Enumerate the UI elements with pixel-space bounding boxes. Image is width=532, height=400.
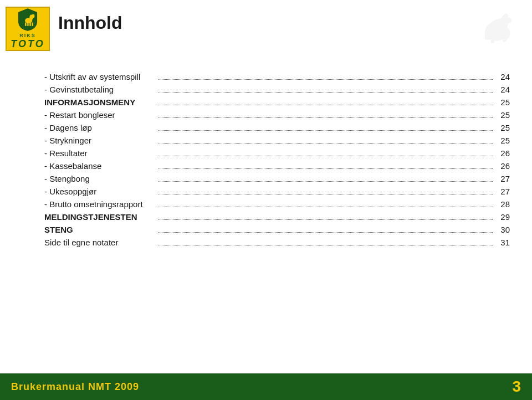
toc-page: 31 (496, 238, 510, 247)
toc-dots (158, 181, 493, 182)
toc-dots (158, 79, 493, 80)
svg-point-6 (32, 14, 34, 18)
toc-label: - Restart bongleser (44, 110, 155, 120)
toc-page: 25 (496, 123, 510, 132)
toc-label: - Brutto omsetningsrapport (44, 199, 155, 209)
toc-label: INFORMASJONSMENY (44, 98, 155, 107)
toc-page: 26 (496, 161, 510, 171)
toc-label: - Utskrift av av systemspill (44, 72, 155, 81)
toc-dots (158, 232, 493, 233)
toc-dots (158, 245, 493, 245)
svg-rect-2 (25, 22, 26, 26)
toc-item: MELDINGSTJENESTEN29 (44, 212, 510, 222)
toc-page: 25 (496, 110, 510, 120)
toc-label: - Kassebalanse (44, 161, 155, 171)
toc-label: - Gevinstutbetaling (44, 85, 155, 94)
toc-page: 26 (496, 148, 510, 158)
toc-item: - Restart bongleser25 (44, 110, 510, 120)
table-of-contents: - Utskrift av av systemspill24- Gevinstu… (44, 72, 510, 247)
toc-dots (158, 117, 493, 118)
toc-label: - Dagens løp (44, 123, 155, 132)
logo: RIKS TOTO (6, 7, 50, 51)
logo-shield-icon (16, 8, 40, 32)
toc-item: - Ukesoppgjør27 (44, 187, 510, 196)
toc-dots (158, 130, 493, 131)
logo-toto-text: TOTO (11, 38, 44, 50)
toc-item: - Utskrift av av systemspill24 (44, 72, 510, 81)
page-header: RIKS TOTO Innhold (0, 0, 532, 55)
toc-item: STENG30 (44, 225, 510, 234)
toc-item: Side til egne notater31 (44, 238, 510, 247)
toc-label: - Stengbong (44, 174, 155, 183)
toc-page: 27 (496, 187, 510, 196)
toc-label: MELDINGSTJENESTEN (44, 212, 155, 222)
toc-item: INFORMASJONSMENY25 (44, 98, 510, 107)
toc-item: - Resultater26 (44, 148, 510, 158)
toc-label: - Strykninger (44, 136, 155, 145)
toc-page: 24 (496, 72, 510, 81)
toc-item: - Gevinstutbetaling24 (44, 85, 510, 94)
toc-item: - Brutto omsetningsrapport28 (44, 199, 510, 209)
toc-dots (158, 219, 493, 220)
toc-page: 29 (496, 212, 510, 222)
main-content: - Utskrift av av systemspill24- Gevinstu… (0, 55, 532, 373)
svg-rect-3 (27, 22, 28, 26)
toc-dots (158, 92, 493, 93)
header-title-area: Innhold (50, 10, 521, 48)
toc-page: 25 (496, 136, 510, 145)
toc-dots (158, 168, 493, 169)
toc-page: 28 (496, 199, 510, 209)
toc-dots (158, 156, 493, 156)
toc-item: - Kassebalanse26 (44, 161, 510, 171)
toc-item: - Dagens løp25 (44, 123, 510, 132)
toc-page: 24 (496, 85, 510, 94)
toc-label: Side til egne notater (44, 238, 155, 247)
footer-title: Brukermanual NMT 2009 (11, 381, 139, 393)
toc-item: - Strykninger25 (44, 136, 510, 145)
svg-rect-5 (32, 22, 33, 26)
footer-page-number: 3 (512, 378, 521, 396)
toc-page: 25 (496, 98, 510, 107)
horse-decorative-icon (477, 13, 521, 48)
toc-dots (158, 207, 493, 207)
logo-riks-text: RIKS (19, 33, 36, 38)
toc-label: STENG (44, 225, 155, 234)
footer: Brukermanual NMT 2009 3 (0, 373, 532, 400)
toc-item: - Stengbong27 (44, 174, 510, 183)
toc-dots (158, 105, 493, 105)
toc-label: - Resultater (44, 148, 155, 158)
toc-dots (158, 143, 493, 143)
page-title: Innhold (58, 13, 122, 33)
toc-page: 27 (496, 174, 510, 183)
toc-label: - Ukesoppgjør (44, 187, 155, 196)
toc-page: 30 (496, 225, 510, 234)
toc-dots (158, 194, 493, 194)
svg-rect-4 (29, 22, 30, 26)
